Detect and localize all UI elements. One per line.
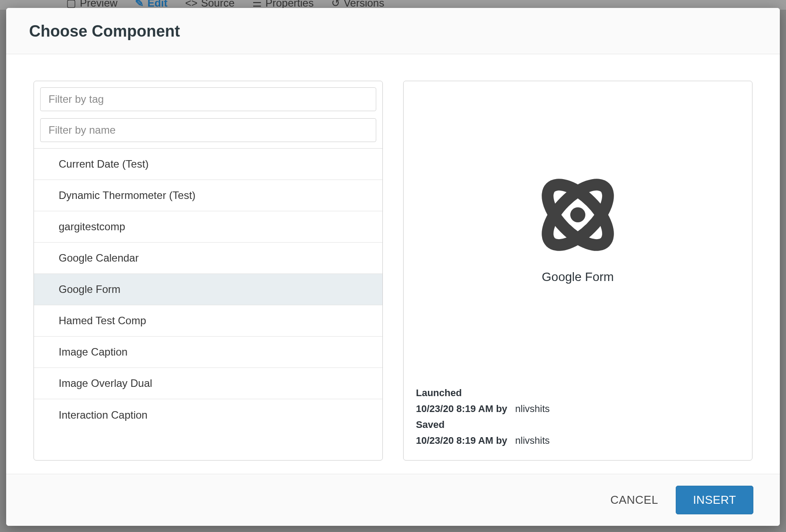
filter-by-name-input[interactable] [40, 118, 376, 142]
preview-area: Google Form [404, 81, 752, 375]
component-details: Launched 10/23/20 8:19 AM by nlivshits S… [404, 375, 752, 460]
list-item[interactable]: Interaction Caption [34, 399, 382, 431]
modal-body: Current Date (Test) Dynamic Thermometer … [6, 54, 780, 474]
component-list[interactable]: Current Date (Test) Dynamic Thermometer … [34, 148, 382, 460]
list-item[interactable]: Hamed Test Comp [34, 305, 382, 337]
launched-label: Launched [416, 385, 462, 401]
modal-footer: CANCEL INSERT [6, 474, 780, 526]
filter-area [34, 81, 382, 148]
filter-by-tag-input[interactable] [40, 87, 376, 111]
launched-user: nlivshits [515, 401, 550, 417]
list-item[interactable]: Google Form [34, 274, 382, 305]
saved-meta: 10/23/20 8:19 AM by [416, 433, 507, 449]
cancel-button[interactable]: CANCEL [610, 493, 658, 507]
modal-title: Choose Component [29, 22, 757, 41]
list-item[interactable]: Image Overlay Dual [34, 368, 382, 399]
modal-header: Choose Component [6, 8, 780, 54]
saved-user: nlivshits [515, 433, 550, 449]
preview-component-name: Google Form [542, 270, 614, 284]
choose-component-modal: Choose Component Current Date (Test) Dyn… [6, 8, 780, 526]
list-item[interactable]: Image Caption [34, 337, 382, 368]
list-item[interactable]: Google Calendar [34, 243, 382, 274]
svg-point-2 [570, 207, 585, 222]
list-item[interactable]: Dynamic Thermometer (Test) [34, 180, 382, 211]
atom-icon [536, 173, 620, 257]
preview-panel: Google Form Launched 10/23/20 8:19 AM by… [403, 81, 752, 461]
launched-meta: 10/23/20 8:19 AM by [416, 401, 507, 417]
list-item[interactable]: Current Date (Test) [34, 149, 382, 180]
insert-button[interactable]: INSERT [676, 486, 753, 514]
list-item[interactable]: gargitestcomp [34, 211, 382, 243]
saved-label: Saved [416, 417, 445, 433]
component-list-panel: Current Date (Test) Dynamic Thermometer … [34, 81, 383, 461]
